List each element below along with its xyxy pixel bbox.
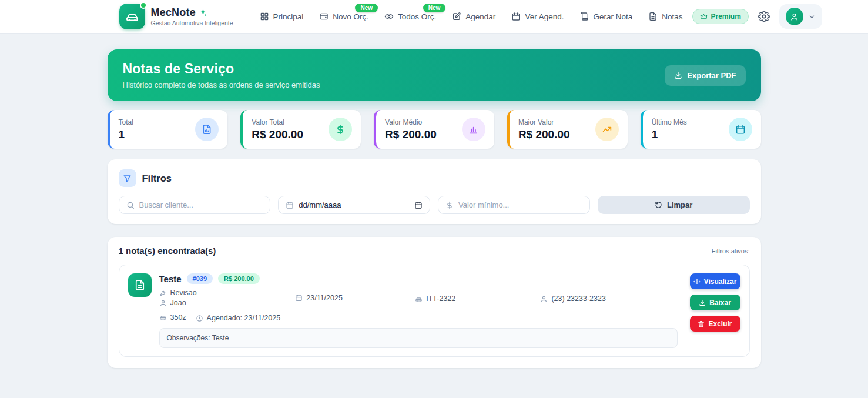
app-logo[interactable]	[119, 4, 145, 29]
min-value-field	[438, 196, 590, 214]
note-number-badge: #039	[187, 273, 213, 284]
results-panel: 1 nota(s) encontrada(s) Filtros ativos: …	[108, 237, 761, 368]
nav-item-principal[interactable]: Principal	[260, 12, 304, 21]
nav-item-ver-agenda[interactable]: Ver Agend.	[511, 12, 564, 21]
stat-card-valor-total: Valor Total R$ 200.00	[240, 110, 361, 149]
page-header-banner: Notas de Serviço Histórico completo de t…	[108, 49, 761, 101]
nav-item-notas[interactable]: Notas	[648, 12, 682, 21]
chevron-down-icon	[808, 13, 816, 21]
client-search-field	[119, 196, 271, 214]
car-icon	[125, 9, 139, 24]
stat-card-valor-medio: Valor Médio R$ 200.00	[374, 110, 494, 149]
dollar-icon	[445, 201, 454, 209]
main-content: Notas de Serviço Histórico completo de t…	[108, 34, 761, 368]
nav-item-novo-orcamento[interactable]: Novo Orç. New	[319, 12, 368, 21]
settings-button[interactable]	[758, 11, 770, 22]
trending-up-icon	[595, 118, 619, 141]
premium-badge[interactable]: Premium	[692, 9, 749, 24]
car-icon	[415, 295, 423, 303]
app-subtitle: Gestão Automotiva Inteligente	[151, 19, 233, 26]
note-actions: Visualizar Baixar Excluir	[690, 273, 740, 348]
eye-icon	[384, 12, 394, 21]
user-icon	[159, 299, 167, 307]
crown-icon	[700, 13, 708, 21]
edit-icon	[452, 12, 461, 21]
calendar-icon	[286, 201, 294, 209]
scroll-icon	[579, 12, 589, 21]
top-navbar: MecNote Gestão Automotiva Inteligente Pr…	[0, 0, 868, 34]
active-filters-label: Filtros ativos:	[712, 248, 750, 255]
trash-icon	[698, 320, 705, 327]
filter-icon	[119, 169, 136, 187]
clock-icon	[196, 315, 203, 322]
user-menu[interactable]	[779, 4, 822, 29]
user-icon	[540, 295, 548, 303]
stat-card-maior-valor: Maior Valor R$ 200.00	[507, 110, 628, 149]
new-badge: New	[423, 4, 446, 12]
main-nav: Principal Novo Orç. New Todos Orç. New A…	[260, 12, 683, 21]
sparkle-icon	[199, 8, 207, 17]
note-file-icon	[128, 273, 152, 297]
note-plate: ITT-2322	[415, 295, 540, 303]
note-observations: Observações: Teste	[159, 328, 678, 348]
date-input[interactable]: dd/mm/aaaa	[299, 200, 410, 209]
date-picker-icon[interactable]	[414, 201, 423, 209]
note-service: Revisão	[159, 289, 296, 297]
note-client: João	[159, 299, 296, 307]
new-badge: New	[355, 4, 378, 12]
results-count: 1 nota(s) encontrada(s)	[119, 246, 216, 256]
avatar	[786, 8, 803, 25]
nav-item-todos-orcamentos[interactable]: Todos Orç. New	[384, 12, 436, 21]
document-chart-icon	[195, 118, 219, 141]
note-phone: (23) 23233-2323	[540, 295, 682, 303]
eye-icon	[693, 278, 701, 285]
filters-title: Filtros	[142, 173, 172, 184]
grid-icon	[260, 12, 269, 21]
note-scheduled: Agendado: 23/11/2025	[196, 314, 281, 322]
note-date: 23/11/2025	[295, 294, 415, 302]
clear-filters-button[interactable]: Limpar	[598, 196, 750, 214]
brand[interactable]: MecNote Gestão Automotiva Inteligente	[119, 4, 252, 29]
min-value-input[interactable]	[458, 200, 582, 209]
online-status-dot	[140, 2, 147, 9]
search-input[interactable]	[139, 200, 263, 209]
page-subtitle: Histórico completo de todas as ordens de…	[123, 81, 320, 89]
note-vehicle: 350z	[159, 312, 186, 322]
search-icon	[126, 201, 135, 209]
download-button[interactable]: Baixar	[690, 295, 740, 310]
note-value-badge: R$ 200.00	[218, 273, 260, 284]
file-icon	[648, 12, 658, 21]
user-icon	[790, 12, 799, 21]
bar-chart-icon	[462, 118, 485, 141]
app-title: MecNote	[151, 6, 196, 19]
dollar-icon	[329, 118, 352, 141]
nav-item-gerar-nota[interactable]: Gerar Nota	[579, 12, 632, 21]
filters-panel: Filtros dd/mm/aaaa Limpar	[108, 159, 761, 224]
note-card: Teste #039 R$ 200.00 Revisão João	[119, 265, 750, 357]
nav-item-agendar[interactable]: Agendar	[452, 12, 495, 21]
stat-card-ultimo-mes: Último Mês 1	[641, 110, 761, 149]
delete-button[interactable]: Excluir	[690, 316, 740, 332]
export-pdf-button[interactable]: Exportar PDF	[665, 65, 745, 86]
download-icon	[699, 299, 706, 306]
calendar-icon	[729, 118, 752, 141]
car-icon	[159, 313, 167, 321]
calendar-icon	[511, 12, 521, 21]
wallet-icon	[319, 12, 329, 21]
view-button[interactable]: Visualizar	[690, 273, 740, 289]
wrench-icon	[159, 289, 167, 297]
gear-icon	[758, 11, 770, 22]
page-title: Notas de Serviço	[123, 61, 320, 77]
download-icon	[674, 71, 682, 79]
stats-row: Total 1 Valor Total R$ 200.00 Valor Médi…	[108, 110, 761, 149]
calendar-icon	[295, 294, 303, 302]
reset-icon	[655, 201, 662, 209]
date-filter-field[interactable]: dd/mm/aaaa	[278, 196, 430, 214]
stat-card-total: Total 1	[108, 110, 228, 149]
note-title: Teste	[159, 274, 182, 284]
